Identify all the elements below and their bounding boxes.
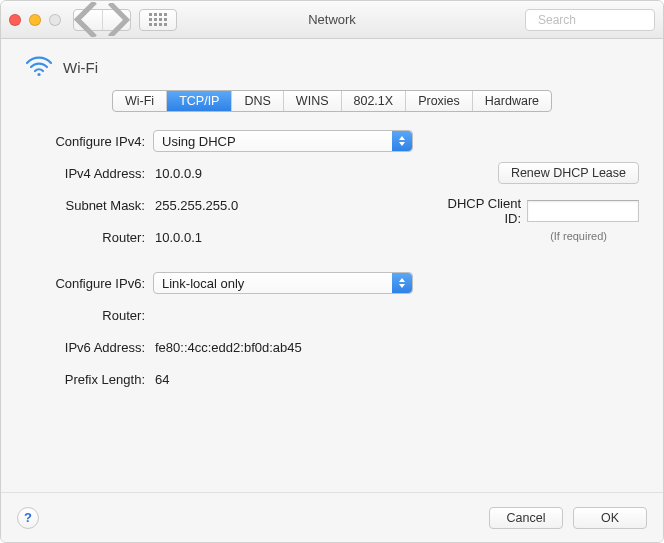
- close-window-button[interactable]: [9, 14, 21, 26]
- configure-ipv6-label: Configure IPv6:: [23, 276, 153, 291]
- ipv6-address-value: fe80::4cc:edd2:bf0d:ab45: [153, 340, 302, 355]
- tab-dns[interactable]: DNS: [232, 91, 283, 111]
- back-button[interactable]: [74, 10, 102, 30]
- renew-dhcp-lease-button[interactable]: Renew DHCP Lease: [498, 162, 639, 184]
- tab-hardware[interactable]: Hardware: [473, 91, 551, 111]
- wifi-icon: [25, 55, 53, 80]
- dhcp-client-id-input[interactable]: [527, 200, 639, 222]
- prefix-length-value: 64: [153, 372, 169, 387]
- zoom-window-button[interactable]: [49, 14, 61, 26]
- cancel-button[interactable]: Cancel: [489, 507, 563, 529]
- titlebar: Network: [1, 1, 663, 39]
- forward-button[interactable]: [102, 10, 130, 30]
- ok-button[interactable]: OK: [573, 507, 647, 529]
- settings-panel: Configure IPv4: Using DHCP IPv4 Address:…: [1, 122, 663, 492]
- dhcp-side-column: Renew DHCP Lease DHCP Client ID: (If req…: [439, 162, 639, 242]
- tabstrip: Wi-FiTCP/IPDNSWINS802.1XProxiesHardware: [112, 90, 552, 112]
- select-arrows-icon: [392, 131, 412, 151]
- configure-ipv4-label: Configure IPv4:: [23, 134, 153, 149]
- dhcp-client-id-hint: (If required): [439, 230, 639, 242]
- minimize-window-button[interactable]: [29, 14, 41, 26]
- tab-8021x[interactable]: 802.1X: [342, 91, 407, 111]
- configure-ipv4-select[interactable]: Using DHCP: [153, 130, 413, 152]
- select-arrows-icon: [392, 273, 412, 293]
- footer: ? Cancel OK: [1, 492, 663, 542]
- search-input[interactable]: [536, 12, 664, 28]
- ipv6-router-label: Router:: [23, 308, 153, 323]
- configure-ipv6-value: Link-local only: [162, 276, 244, 291]
- show-all-button[interactable]: [139, 9, 177, 31]
- ipv4-address-label: IPv4 Address:: [23, 166, 153, 181]
- help-button[interactable]: ?: [17, 507, 39, 529]
- interface-label: Wi-Fi: [63, 59, 98, 76]
- window-controls: [9, 14, 61, 26]
- interface-header: Wi-Fi: [1, 39, 663, 90]
- ipv4-router-value: 10.0.0.1: [153, 230, 202, 245]
- ipv4-address-value: 10.0.0.9: [153, 166, 202, 181]
- ipv6-address-label: IPv6 Address:: [23, 340, 153, 355]
- tab-proxies[interactable]: Proxies: [406, 91, 473, 111]
- tab-wifi[interactable]: Wi-Fi: [113, 91, 167, 111]
- svg-point-2: [37, 73, 40, 76]
- help-icon: ?: [24, 510, 32, 525]
- search-field-wrap[interactable]: [525, 9, 655, 31]
- preferences-window: Network Wi-Fi Wi-FiTCP/IPDNSWINS802.1XPr…: [0, 0, 664, 543]
- prefix-length-label: Prefix Length:: [23, 372, 153, 387]
- tabs-container: Wi-FiTCP/IPDNSWINS802.1XProxiesHardware: [1, 90, 663, 122]
- tab-tcpip[interactable]: TCP/IP: [167, 91, 232, 111]
- nav-back-forward: [73, 9, 131, 31]
- ipv4-router-label: Router:: [23, 230, 153, 245]
- grid-icon: [149, 13, 167, 26]
- dhcp-client-id-label: DHCP Client ID:: [439, 196, 521, 226]
- configure-ipv4-value: Using DHCP: [162, 134, 236, 149]
- subnet-mask-value: 255.255.255.0: [153, 198, 238, 213]
- tab-wins[interactable]: WINS: [284, 91, 342, 111]
- subnet-mask-label: Subnet Mask:: [23, 198, 153, 213]
- configure-ipv6-select[interactable]: Link-local only: [153, 272, 413, 294]
